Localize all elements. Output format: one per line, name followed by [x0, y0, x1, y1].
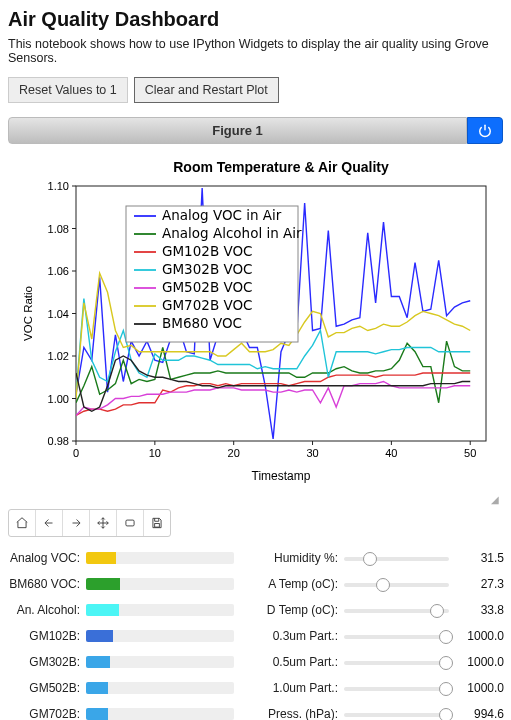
slider[interactable]: [344, 654, 449, 670]
bar-widget: Analog VOC:: [8, 547, 258, 569]
svg-text:VOC Ratio: VOC Ratio: [22, 286, 34, 341]
widget-label: 0.5um Part.:: [258, 655, 344, 669]
svg-text:GM702B VOC: GM702B VOC: [162, 297, 252, 313]
move-icon: [96, 516, 110, 530]
svg-text:1.06: 1.06: [47, 265, 68, 277]
svg-text:20: 20: [227, 447, 239, 459]
widget-label: 1.0um Part.:: [258, 681, 344, 695]
bar-widget: An. Alcohol:: [8, 599, 258, 621]
svg-text:1.00: 1.00: [47, 393, 68, 405]
widget-label: Analog VOC:: [8, 551, 86, 565]
slider-track: [344, 661, 449, 665]
zoom-rect-icon: [123, 516, 137, 530]
plot-toolbar: [8, 509, 171, 537]
widget-label: 0.3um Part.:: [258, 629, 344, 643]
slider[interactable]: [344, 680, 449, 696]
slider[interactable]: [344, 706, 449, 720]
arrow-left-icon: [42, 516, 56, 530]
description: This notebook shows how to use IPython W…: [8, 37, 503, 65]
progress-bar: [86, 708, 234, 720]
zoom-button[interactable]: [117, 510, 144, 536]
slider-thumb[interactable]: [376, 578, 390, 592]
progress-bar: [86, 578, 234, 590]
pan-button[interactable]: [90, 510, 117, 536]
svg-text:Timestamp: Timestamp: [251, 469, 310, 483]
slider-widget: A Temp (oC):27.3: [258, 573, 508, 595]
widget-value: 1000.0: [449, 629, 508, 643]
bar-widget: GM102B:: [8, 625, 258, 647]
widget-label: A Temp (oC):: [258, 577, 344, 591]
bar-widget: GM502B:: [8, 677, 258, 699]
clear-button[interactable]: Clear and Restart Plot: [134, 77, 279, 103]
slider[interactable]: [344, 550, 449, 566]
slider-thumb[interactable]: [439, 708, 453, 720]
forward-button[interactable]: [63, 510, 90, 536]
slider-track: [344, 713, 449, 717]
save-button[interactable]: [144, 510, 170, 536]
widget-value: 31.5: [449, 551, 508, 565]
slider[interactable]: [344, 628, 449, 644]
back-button[interactable]: [36, 510, 63, 536]
slider-thumb[interactable]: [439, 656, 453, 670]
slider[interactable]: [344, 602, 449, 618]
svg-text:BM680 VOC: BM680 VOC: [162, 315, 242, 331]
bar-widget: GM702B:: [8, 703, 258, 720]
arrow-right-icon: [69, 516, 83, 530]
progress-bar: [86, 630, 234, 642]
save-icon: [150, 516, 164, 530]
slider-track: [344, 687, 449, 691]
widget-label: D Temp (oC):: [258, 603, 344, 617]
slider-thumb[interactable]: [363, 552, 377, 566]
bar-widget: GM302B:: [8, 651, 258, 673]
progress-fill: [86, 578, 120, 590]
svg-text:Analog VOC in Air: Analog VOC in Air: [162, 207, 282, 223]
svg-text:Room Temperature & Air Quality: Room Temperature & Air Quality: [173, 159, 389, 175]
svg-rect-46: [126, 520, 134, 526]
slider-widget: 0.5um Part.:1000.0: [258, 651, 508, 673]
button-row: Reset Values to 1 Clear and Restart Plot: [8, 77, 503, 103]
slider-widget: D Temp (oC):33.8: [258, 599, 508, 621]
slider-thumb[interactable]: [430, 604, 444, 618]
progress-fill: [86, 708, 108, 720]
svg-text:30: 30: [306, 447, 318, 459]
svg-text:1.02: 1.02: [47, 350, 68, 362]
svg-text:0.98: 0.98: [47, 435, 68, 447]
slider-track: [344, 635, 449, 639]
home-icon: [15, 516, 29, 530]
figure-title: Figure 1: [8, 117, 467, 144]
progress-fill: [86, 604, 119, 616]
widget-label: Press. (hPa):: [258, 707, 344, 720]
progress-fill: [86, 682, 108, 694]
widget-label: GM302B:: [8, 655, 86, 669]
widget-value: 994.6: [449, 707, 508, 720]
svg-text:GM502B VOC: GM502B VOC: [162, 279, 252, 295]
widgets-grid: Analog VOC:Humidity %:31.5BM680 VOC:A Te…: [8, 547, 503, 720]
widget-label: Humidity %:: [258, 551, 344, 565]
svg-text:1.04: 1.04: [47, 308, 68, 320]
progress-bar: [86, 604, 234, 616]
slider[interactable]: [344, 576, 449, 592]
progress-bar: [86, 656, 234, 668]
home-button[interactable]: [9, 510, 36, 536]
widget-label: GM102B:: [8, 629, 86, 643]
power-icon: [478, 124, 492, 138]
power-button[interactable]: [467, 117, 503, 144]
svg-text:1.10: 1.10: [47, 180, 68, 192]
resize-handle-icon[interactable]: ◢: [8, 494, 503, 505]
widget-value: 27.3: [449, 577, 508, 591]
bar-widget: BM680 VOC:: [8, 573, 258, 595]
slider-widget: Press. (hPa):994.6: [258, 703, 508, 720]
slider-thumb[interactable]: [439, 630, 453, 644]
widget-label: BM680 VOC:: [8, 577, 86, 591]
widget-label: GM502B:: [8, 681, 86, 695]
svg-text:10: 10: [148, 447, 160, 459]
svg-text:40: 40: [385, 447, 397, 459]
chart: Room Temperature & Air Quality0.981.001.…: [16, 156, 496, 486]
slider-thumb[interactable]: [439, 682, 453, 696]
svg-rect-47: [155, 524, 160, 528]
widget-label: GM702B:: [8, 707, 86, 720]
figure-bar: Figure 1: [8, 117, 503, 144]
progress-fill: [86, 552, 116, 564]
reset-button[interactable]: Reset Values to 1: [8, 77, 128, 103]
progress-fill: [86, 656, 110, 668]
